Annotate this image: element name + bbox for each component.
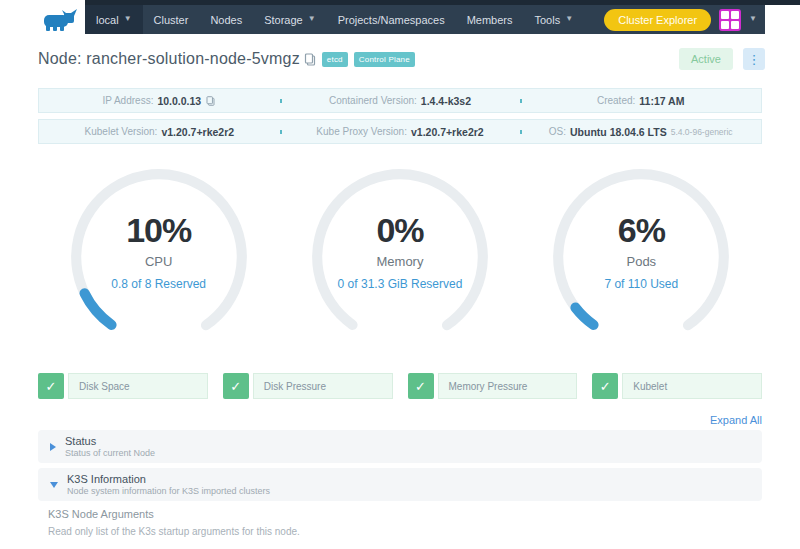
- nav-item-local[interactable]: local ▼: [85, 5, 143, 34]
- nav-item-nodes[interactable]: Nodes: [199, 5, 253, 34]
- condition-disk-space: ✓ Disk Space: [38, 373, 208, 399]
- check-icon: ✓: [38, 373, 64, 399]
- info-label: Kube Proxy Version:: [316, 126, 407, 137]
- info-cell-created: Created: 11:17 AM: [520, 95, 761, 107]
- section-status-header[interactable]: Status Status of current Node: [38, 430, 762, 463]
- apps-icon[interactable]: [719, 9, 741, 31]
- copy-icon[interactable]: [206, 95, 215, 105]
- info-value: Ubuntu 18.04.6 LTS: [570, 126, 667, 138]
- condition-memory-pressure: ✓ Memory Pressure: [408, 373, 578, 399]
- info-row-2: Kubelet Version: v1.20.7+rke2r2 Kube Pro…: [38, 119, 762, 144]
- info-cell-kubelet-version: Kubelet Version: v1.20.7+rke2r2: [39, 126, 280, 138]
- role-badge-control-plane: Control Plane: [354, 52, 415, 67]
- k3s-arguments-description: Read only list of the K3s startup argume…: [38, 520, 762, 537]
- section-k3s-header[interactable]: K3S Information Node system information …: [38, 468, 762, 501]
- nav-item-cluster[interactable]: Cluster: [143, 5, 200, 34]
- gauge-subtext: 7 of 110 Used: [604, 277, 678, 291]
- info-row-1: IP Address: 10.0.0.13 Containerd Version…: [38, 88, 762, 113]
- info-label: Kubelet Version:: [85, 126, 158, 137]
- chevron-down-icon: ▼: [124, 15, 132, 23]
- info-label: Created:: [597, 95, 635, 106]
- nav-item-label: Cluster: [154, 14, 189, 26]
- nav-item-members[interactable]: Members: [456, 5, 524, 34]
- gauge-subtext: 0 of 31.3 GiB Reserved: [338, 277, 463, 291]
- nav-item-label: Storage: [264, 14, 303, 26]
- info-label: OS:: [549, 126, 566, 137]
- nav-item-label: Tools: [534, 14, 560, 26]
- gauge-percent: 0%: [376, 211, 423, 250]
- top-navbar: local ▼ Cluster Nodes Storage ▼ Projects…: [85, 5, 765, 34]
- section-subtitle: Status of current Node: [65, 448, 155, 458]
- chevron-down-icon[interactable]: ▼: [749, 15, 757, 23]
- info-label: IP Address:: [102, 95, 153, 106]
- status-badge: Active: [679, 48, 733, 70]
- condition-label: Disk Space: [68, 373, 208, 399]
- gauge-pods: 6% Pods 7 of 110 Used: [549, 165, 733, 349]
- page-title: Node: rancher-solution-node-5vmgz: [38, 50, 300, 68]
- section-subtitle: Node system information for K3S imported…: [67, 486, 270, 496]
- section-title: K3S Information: [67, 473, 270, 485]
- section-status: Status Status of current Node: [38, 430, 762, 463]
- section-k3s-information: K3S Information Node system information …: [38, 468, 762, 501]
- nav-item-projects-namespaces[interactable]: Projects/Namespaces: [327, 5, 456, 34]
- condition-kubelet: ✓ Kubelet: [592, 373, 762, 399]
- info-value-extra: 5.4.0-96-generic: [671, 127, 733, 137]
- gauge-percent: 10%: [126, 211, 191, 250]
- section-title: Status: [65, 435, 155, 447]
- gauge-label: Memory: [377, 254, 424, 269]
- gauge-label: Pods: [626, 254, 656, 269]
- nav-item-storage[interactable]: Storage ▼: [253, 5, 326, 34]
- k3s-content: K3S Node Arguments Read only list of the…: [38, 501, 762, 549]
- rancher-logo-icon[interactable]: [38, 7, 82, 35]
- info-value: 11:17 AM: [639, 95, 684, 107]
- info-label: Containerd Version:: [329, 95, 417, 106]
- gauge-subtext: 0.8 of 8 Reserved: [111, 277, 206, 291]
- check-icon: ✓: [408, 373, 434, 399]
- gauge-memory: 0% Memory 0 of 31.3 GiB Reserved: [308, 165, 492, 349]
- info-value: v1.20.7+rke2r2: [411, 126, 484, 138]
- chevron-down-icon: ▼: [308, 15, 316, 23]
- condition-disk-pressure: ✓ Disk Pressure: [223, 373, 393, 399]
- check-icon: ✓: [223, 373, 249, 399]
- gauge-percent: 6%: [618, 211, 665, 250]
- condition-label: Kubelet: [622, 373, 762, 399]
- resource-gauges: 10% CPU 0.8 of 8 Reserved 0% Memory 0 of…: [38, 165, 762, 349]
- info-cell-kube-proxy-version: Kube Proxy Version: v1.20.7+rke2r2: [280, 126, 521, 138]
- info-value: 1.4.4-k3s2: [421, 95, 471, 107]
- info-cell-os: OS: Ubuntu 18.04.6 LTS 5.4.0-96-generic: [520, 126, 761, 138]
- gauge-cpu: 10% CPU 0.8 of 8 Reserved: [67, 165, 251, 349]
- node-info-table: IP Address: 10.0.0.13 Containerd Version…: [38, 88, 762, 144]
- cluster-explorer-button[interactable]: Cluster Explorer: [604, 9, 711, 31]
- k3s-arguments-heading: K3S Node Arguments: [38, 501, 762, 520]
- copy-icon[interactable]: [304, 53, 316, 66]
- triangle-right-icon: [50, 443, 56, 451]
- gauge-label: CPU: [145, 254, 172, 269]
- node-conditions: ✓ Disk Space ✓ Disk Pressure ✓ Memory Pr…: [38, 373, 762, 399]
- nav-item-label: Members: [467, 14, 513, 26]
- nav-item-label: local: [96, 14, 119, 26]
- info-value: v1.20.7+rke2r2: [161, 126, 234, 138]
- page: local ▼ Cluster Nodes Storage ▼ Projects…: [0, 0, 800, 549]
- nav-item-label: Nodes: [210, 14, 242, 26]
- nav-item-tools[interactable]: Tools ▼: [523, 5, 584, 34]
- kebab-menu-button[interactable]: ⋮: [743, 48, 765, 70]
- info-value: 10.0.0.13: [157, 95, 201, 107]
- expand-all-link[interactable]: Expand All: [710, 414, 762, 426]
- check-icon: ✓: [592, 373, 618, 399]
- nav-item-label: Projects/Namespaces: [338, 14, 445, 26]
- info-cell-containerd-version: Containerd Version: 1.4.4-k3s2: [280, 95, 521, 107]
- triangle-down-icon: [50, 482, 58, 488]
- chevron-down-icon: ▼: [565, 15, 573, 23]
- condition-label: Memory Pressure: [438, 373, 578, 399]
- condition-label: Disk Pressure: [253, 373, 393, 399]
- info-cell-ip-address: IP Address: 10.0.0.13: [39, 95, 280, 107]
- role-badge-etcd: etcd: [322, 52, 348, 67]
